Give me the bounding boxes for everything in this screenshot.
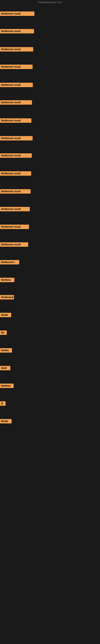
site-title: TheBottlenecker.com [0,0,100,5]
bottleneck-result-badge[interactable]: Bottleneck [0,295,14,300]
bottleneck-result-badge[interactable]: Bottleneck result [0,47,33,52]
bottleneck-result-badge[interactable]: Bottleneck result [0,242,28,247]
bottleneck-result-badge[interactable]: B [0,401,6,406]
bottleneck-result-badge[interactable]: Bottleneck result [0,64,33,69]
bottleneck-result-badge[interactable]: Bottler [0,348,12,352]
bottleneck-result-badge[interactable]: Bottleneck result [0,136,33,140]
bottleneck-result-badge[interactable]: Bottleneck result [0,153,32,158]
bottleneck-result-badge[interactable]: Bottleneck result [0,224,29,229]
bottleneck-result-badge[interactable]: Bottleneck result [0,118,31,123]
bottleneck-result-badge[interactable]: Bottleneck result [0,29,34,34]
bottleneck-result-badge[interactable]: Bottleneck result [0,12,34,16]
bottleneck-result-badge[interactable]: Bottl [0,366,10,370]
bottleneck-result-badge[interactable]: Bottleneck r [0,260,19,264]
bottleneck-result-badge[interactable]: Bottleneck result [0,171,31,176]
bottleneck-result-badge[interactable]: Bo [0,330,7,335]
bottleneck-result-badge[interactable]: Bottle [0,313,11,317]
bottleneck-result-badge[interactable]: Bottleneck result [0,189,31,194]
bottleneck-result-badge[interactable]: Bottleneck result [0,207,30,211]
bottleneck-result-badge[interactable]: Bottleneck result [0,83,33,87]
bottleneck-result-badge[interactable]: Bottle [0,419,12,424]
bottleneck-result-badge[interactable]: Bottlene [0,278,14,282]
bottleneck-result-badge[interactable]: Bottlene [0,384,14,388]
bottleneck-result-badge[interactable]: Bottleneck result [0,100,32,105]
